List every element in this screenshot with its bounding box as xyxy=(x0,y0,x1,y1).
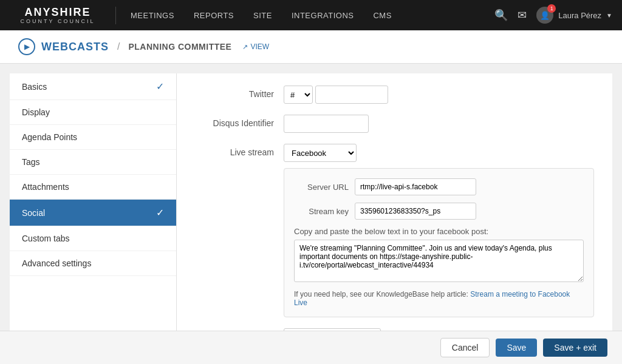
disqus-row: Disqus Identifier xyxy=(195,115,594,133)
copy-text-area[interactable]: We're streaming "Planning Committee". Jo… xyxy=(294,240,584,282)
breadcrumb-current: PLANNING COMMITTEE xyxy=(128,42,231,52)
sidebar-item-label: Advanced settings xyxy=(22,258,91,268)
logo-sub: COUNTY COUNCIL xyxy=(21,18,95,24)
breadcrumb-separator: / xyxy=(117,41,120,52)
sidebar-item-label: Basics xyxy=(22,82,47,92)
chevron-down-icon: ▼ xyxy=(606,12,612,19)
user-area[interactable]: 👤 1 Laura Pérez ▼ xyxy=(536,7,612,24)
check-icon: ✓ xyxy=(156,81,164,92)
view-link[interactable]: ↗ VIEW xyxy=(242,42,269,51)
search-icon[interactable]: 🔍 xyxy=(494,8,508,22)
nav-cms[interactable]: CMS xyxy=(363,0,401,30)
user-name: Laura Pérez xyxy=(558,11,601,20)
sidebar: Basics ✓ Display Agenda Points Tags Atta… xyxy=(10,73,177,364)
sidebar-item-label: Attachments xyxy=(22,182,69,192)
stream-key-row: Stream key xyxy=(294,203,584,220)
sidebar-item-social[interactable]: Social ✓ xyxy=(10,200,176,226)
nav-integrations[interactable]: INTEGRATIONS xyxy=(282,0,364,30)
twitter-input-group: # @ xyxy=(284,86,388,104)
sidebar-item-basics[interactable]: Basics ✓ xyxy=(10,73,176,100)
sidebar-item-label: Display xyxy=(22,107,50,117)
check-icon-active: ✓ xyxy=(156,207,164,218)
twitter-row: Twitter # @ xyxy=(195,86,594,104)
livestream-platform-row: Facebook YouTube xyxy=(284,144,594,162)
nav-meetings[interactable]: MEETINGS xyxy=(121,0,184,30)
sidebar-item-advanced-settings[interactable]: Advanced settings xyxy=(10,251,176,276)
sidebar-item-label: Social xyxy=(22,208,45,218)
external-link-icon: ↗ xyxy=(242,43,248,51)
help-text-prefix: If you need help, see our KnowledgeBase … xyxy=(294,290,468,298)
server-url-row: Server URL xyxy=(294,178,584,195)
livestream-platform-select[interactable]: Facebook YouTube xyxy=(284,144,357,162)
server-url-input[interactable] xyxy=(355,178,476,195)
sidebar-item-custom-tabs[interactable]: Custom tabs xyxy=(10,226,176,251)
copy-text-label: Copy and paste the below text in to your… xyxy=(294,227,584,236)
twitter-input[interactable] xyxy=(315,86,388,104)
stream-key-input[interactable] xyxy=(355,203,476,220)
main-content: Basics ✓ Display Agenda Points Tags Atta… xyxy=(10,73,612,364)
footer-bar: Cancel Save Save + exit xyxy=(0,331,622,364)
sidebar-item-tags[interactable]: Tags xyxy=(10,150,176,175)
livestream-box: Server URL Stream key Copy and paste the… xyxy=(284,168,594,317)
view-label: VIEW xyxy=(250,42,269,51)
nav-links: MEETINGS REPORTS SITE INTEGRATIONS CMS xyxy=(121,0,494,30)
sidebar-item-display[interactable]: Display xyxy=(10,100,176,125)
copy-text-section: Copy and paste the below text in to your… xyxy=(294,227,584,284)
avatar: 👤 1 xyxy=(536,7,553,24)
sidebar-item-agenda-points[interactable]: Agenda Points xyxy=(10,125,176,150)
disqus-input[interactable] xyxy=(284,115,369,133)
server-url-label: Server URL xyxy=(294,183,349,192)
nav-right: 🔍 ✉ 👤 1 Laura Pérez ▼ xyxy=(494,7,612,24)
breadcrumb-section: WEBCASTS xyxy=(41,41,109,53)
twitter-label: Twitter xyxy=(195,86,274,99)
help-text: If you need help, see our KnowledgeBase … xyxy=(294,290,584,307)
breadcrumb-bar: ▶ WEBCASTS / PLANNING COMMITTEE ↗ VIEW xyxy=(0,30,622,64)
sidebar-item-label: Custom tabs xyxy=(22,234,70,243)
cancel-button[interactable]: Cancel xyxy=(440,338,490,357)
mail-icon[interactable]: ✉ xyxy=(518,8,527,22)
notification-badge: 1 xyxy=(547,4,556,13)
logo: ANYSHIRE COUNTY COUNCIL xyxy=(10,7,116,24)
sidebar-item-label: Agenda Points xyxy=(22,132,77,142)
livestream-control-group: Facebook YouTube Server URL Stream key xyxy=(284,144,594,317)
nav-site[interactable]: SITE xyxy=(244,0,282,30)
disqus-label: Disqus Identifier xyxy=(195,115,274,128)
logo-name: ANYSHIRE xyxy=(24,7,91,18)
twitter-prefix-select[interactable]: # @ xyxy=(284,86,313,104)
sidebar-item-label: Tags xyxy=(22,157,40,167)
save-button[interactable]: Save xyxy=(496,339,537,357)
nav-reports[interactable]: REPORTS xyxy=(184,0,244,30)
form-area: Twitter # @ Disqus Identifier Live strea… xyxy=(177,73,612,364)
sidebar-item-attachments[interactable]: Attachments xyxy=(10,175,176,200)
save-exit-button[interactable]: Save + exit xyxy=(543,339,607,357)
stream-key-label: Stream key xyxy=(294,207,349,216)
livestream-label: Live stream xyxy=(195,144,274,157)
livestream-row: Live stream Facebook YouTube Server URL xyxy=(195,144,594,317)
top-nav: ANYSHIRE COUNTY COUNCIL MEETINGS REPORTS… xyxy=(0,0,622,30)
webcast-play-icon: ▶ xyxy=(18,38,35,55)
avatar-icon: 👤 xyxy=(540,11,550,20)
